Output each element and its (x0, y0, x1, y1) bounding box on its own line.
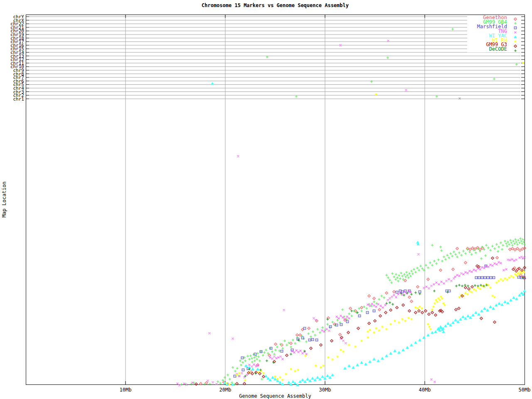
chart-canvas: Chromosome 15 Markers vs Genome Sequence… (0, 0, 532, 399)
x-tick-label-20Mb: 20Mb (219, 387, 232, 393)
chart-title: Chromosome 15 Markers vs Genome Sequence… (26, 2, 525, 8)
legend-label: DeCODE (467, 47, 507, 52)
legend-item-marshfield: Marshfield (467, 25, 520, 29)
series-points-gm99-g3 (195, 257, 526, 386)
x-tick-label-30Mb: 30Mb (319, 387, 331, 393)
row-label-chr1: chr1 (0, 96, 24, 101)
x-tick-label-10Mb: 10Mb (120, 387, 132, 393)
series-points-decode (244, 276, 524, 377)
series-points-unlabeled (459, 98, 461, 100)
x-tick-label-50Mb: 50Mb (519, 387, 531, 393)
series-points-gm99-gb4 (180, 28, 526, 386)
legend-marker-glyph (514, 49, 517, 52)
legend-item-decode: DeCODE (467, 47, 520, 52)
series-points-wi-rh (225, 62, 525, 386)
series-points-wi-yac (211, 82, 526, 386)
chromosome-row-lines (29, 17, 520, 99)
series-points-tng (177, 38, 526, 387)
legend-marker-plus-icon (507, 47, 520, 52)
y-axis-title: Map Location (1, 182, 7, 218)
scatter-plot-svg (0, 0, 532, 399)
x-tick-label-40Mb: 40Mb (419, 387, 431, 393)
series-points-marshfield (226, 265, 525, 385)
legend: GenethonGM99 GB4MarshfieldTNGWI YACWI RH… (467, 15, 520, 52)
x-axis-title: Genome Sequence Assembly (26, 393, 525, 399)
